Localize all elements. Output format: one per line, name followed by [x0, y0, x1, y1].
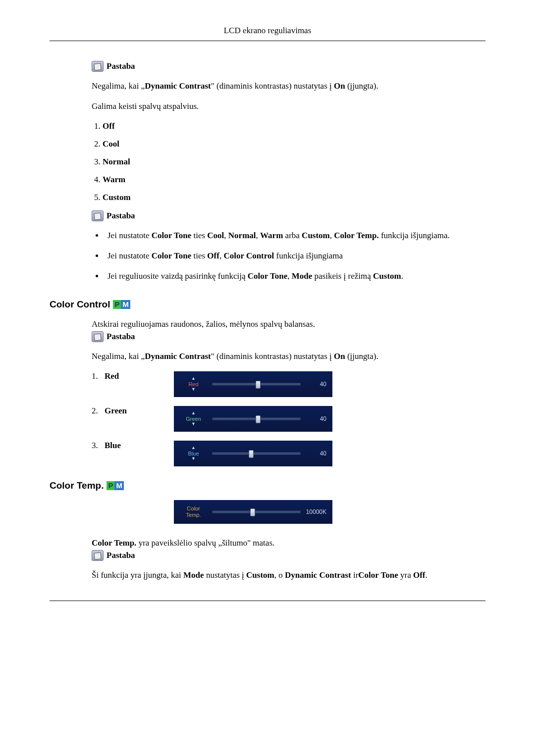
slider-label: ▲Red▼ [180, 376, 207, 392]
red-slider[interactable]: ▲Red▼40 [174, 371, 332, 397]
footer-rule [50, 601, 485, 601]
sec1-bullets: Jei nustatote Color Tone ties Cool, Norm… [92, 230, 471, 282]
slider-label: ▲Green▼ [180, 411, 207, 427]
note-icon [92, 61, 104, 72]
slider-row-green: 2.Green▲Green▼40 [92, 406, 471, 432]
slider-label: ▲Blue▼ [180, 446, 207, 461]
color-temp-slider[interactable]: Color Temp. 10000K [174, 500, 332, 524]
color-name: Green [105, 406, 174, 416]
option-cool: Cool [103, 139, 471, 149]
list-index: 2. [92, 406, 105, 416]
slider-value: 40 [306, 415, 326, 422]
page-header: LCD ekrano reguliavimas [50, 26, 485, 41]
blue-slider[interactable]: ▲Blue▼40 [174, 441, 332, 466]
slider-track[interactable] [212, 510, 301, 513]
pm-icon: PM [113, 300, 130, 309]
slider-value: 10000K [306, 508, 326, 515]
option-off: Off [103, 121, 471, 131]
slider-thumb[interactable] [256, 415, 261, 423]
option-normal: Normal [103, 157, 471, 167]
slider-thumb[interactable] [250, 508, 255, 516]
pm-icon: PM [107, 481, 124, 490]
bullet-1: Jei nustatote Color Tone ties Cool, Norm… [104, 230, 471, 242]
slider-value: 40 [306, 450, 326, 457]
options-list: Off Cool Normal Warm Custom [92, 121, 471, 202]
sec1-p2: Galima keisti spalvų atspalvius. [92, 101, 471, 112]
slider-label-ct: Color Temp. [180, 505, 207, 517]
list-index: 1. [92, 371, 105, 381]
note-3: Pastaba [92, 331, 471, 342]
note-1: Pastaba [92, 61, 471, 72]
option-warm: Warm [103, 175, 471, 185]
header-title: LCD ekrano reguliavimas [224, 26, 312, 35]
slider-value: 40 [306, 381, 326, 388]
color-name: Blue [105, 441, 174, 451]
green-slider[interactable]: ▲Green▼40 [174, 406, 332, 432]
slider-track[interactable] [212, 417, 301, 420]
bullet-2: Jei nustatote Color Tone ties Off, Color… [104, 251, 471, 262]
sec1-p1: Negalima, kai „Dynamic Contrast" (dinami… [92, 81, 471, 92]
note-icon [92, 210, 104, 221]
note-label: Pastaba [107, 332, 135, 342]
slider-thumb[interactable] [249, 450, 254, 458]
note-label: Pastaba [107, 61, 135, 71]
slider-thumb[interactable] [256, 381, 261, 389]
section-color-control-title: Color Control PM [50, 299, 471, 310]
note-icon [92, 331, 104, 342]
note-label: Pastaba [107, 211, 135, 221]
list-index: 3. [92, 441, 105, 451]
ct-desc: Color Temp. yra paveikslėlio spalvų „šil… [92, 538, 471, 549]
cc-desc: Atskirai reguliuojamas raudonos, žalios,… [92, 319, 471, 330]
note-4: Pastaba [92, 550, 471, 561]
slider-track[interactable] [212, 452, 301, 455]
color-name: Red [105, 371, 174, 381]
option-custom: Custom [103, 193, 471, 202]
note-icon [92, 550, 104, 561]
bullet-3: Jei reguliuosite vaizdą pasirinkę funkci… [104, 271, 471, 282]
note-2: Pastaba [92, 210, 471, 221]
note-label: Pastaba [107, 551, 135, 560]
slider-row-blue: 3.Blue▲Blue▼40 [92, 441, 471, 466]
cc-note-p: Negalima, kai „Dynamic Contrast" (dinami… [92, 351, 471, 362]
section-color-temp-title: Color Temp. PM [50, 480, 471, 491]
slider-row-red: 1.Red▲Red▼40 [92, 371, 471, 397]
ct-note-p: Ši funkcija yra įjungta, kai Mode nustat… [92, 570, 471, 581]
slider-track[interactable] [212, 383, 301, 386]
